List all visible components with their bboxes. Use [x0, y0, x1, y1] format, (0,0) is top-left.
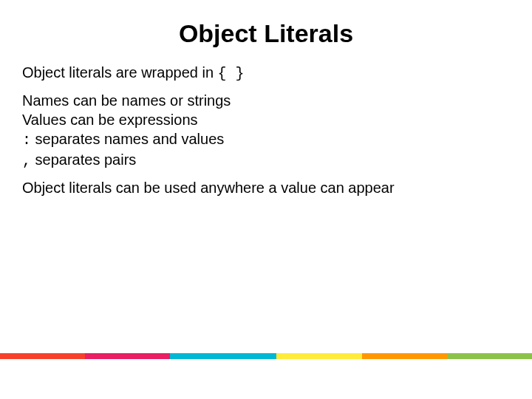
body-line: Object literals are wrapped in { } — [22, 63, 510, 83]
slide-body: Object literals are wrapped in { } Names… — [22, 54, 510, 197]
body-line: Object literals can be used anywhere a v… — [22, 178, 510, 197]
slide-title: Object Literals — [22, 0, 510, 54]
text: separates pairs — [31, 151, 136, 168]
body-line: Values can be expressions — [22, 110, 510, 129]
body-line: , separates pairs — [22, 150, 510, 171]
text: separates names and values — [31, 131, 224, 147]
accent-segment — [85, 353, 170, 359]
code-text: , — [22, 152, 31, 169]
accent-segment — [362, 353, 447, 359]
slide: Object Literals Object literals are wrap… — [0, 0, 532, 399]
body-line: Names can be names or strings — [22, 91, 510, 110]
accent-strip — [0, 353, 532, 359]
code-text: { } — [218, 65, 245, 82]
accent-segment — [0, 353, 85, 359]
accent-segment — [276, 353, 361, 359]
body-line: : separates names and values — [22, 129, 510, 150]
accent-segment — [170, 353, 276, 359]
text: Object literals are wrapped in — [22, 64, 218, 81]
accent-segment — [447, 353, 532, 359]
body-group: Names can be names or strings Values can… — [22, 91, 510, 171]
code-text: : — [22, 132, 31, 149]
